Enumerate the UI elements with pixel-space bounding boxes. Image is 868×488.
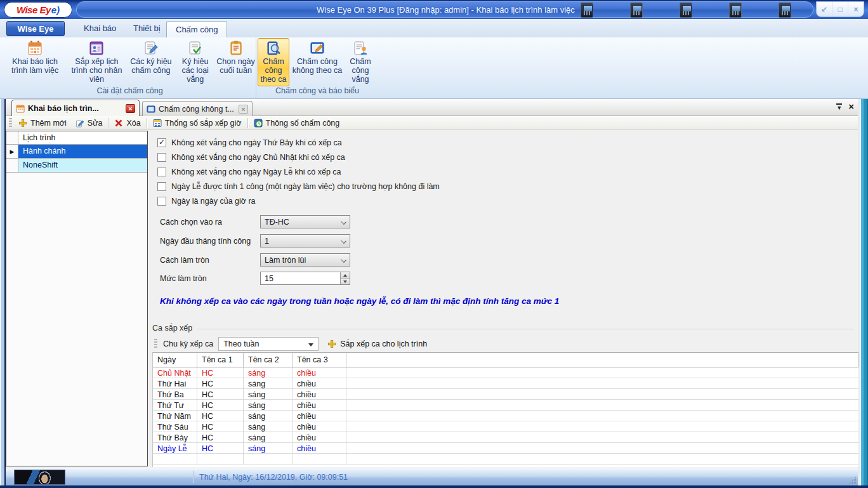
cell-day: Thứ Ba xyxy=(153,389,197,399)
toolbar-grip[interactable] xyxy=(154,339,157,349)
cycle-combo[interactable]: Theo tuần xyxy=(218,337,319,351)
combo-value: Làm tròn lùi xyxy=(265,256,306,265)
cell-filler xyxy=(346,367,858,378)
column-header[interactable]: Tên ca 3 xyxy=(293,353,346,367)
add-new-button[interactable]: Thêm mới xyxy=(14,117,71,129)
combo-ngay-dau-thang[interactable]: 1 xyxy=(260,234,350,247)
add-new-label: Thêm mới xyxy=(30,119,67,128)
checkbox-day-of-out-time[interactable]: ✓ Ngày là ngày của giờ ra xyxy=(157,196,256,206)
title-bar: Wise Eye) Wise Eye On 39 Plus [Đăng nhập… xyxy=(0,0,868,19)
cell-filler xyxy=(346,454,858,464)
tab-khai-bao[interactable]: Khai báo xyxy=(75,22,125,36)
minimize-button[interactable]: ↙ xyxy=(817,2,832,16)
tab-cham-cong[interactable]: Chấm công xyxy=(166,21,227,37)
ribbon-button-cham-cong-khong-theo-ca[interactable]: Chấm công không theo ca xyxy=(289,38,345,86)
fingerprint-photo xyxy=(14,470,65,485)
table-row-holiday[interactable]: Ngày Lễ HC sáng chiều xyxy=(153,443,858,454)
tab-wise-eye[interactable]: Wise Eye xyxy=(6,21,65,36)
table-row-tuesday[interactable]: Thứ Ba HC sáng chiều xyxy=(153,389,858,400)
edit-button[interactable]: Sửa xyxy=(71,117,107,129)
table-row-thursday[interactable]: Thứ Năm HC sáng chiều xyxy=(153,411,858,421)
doc-tab-khai-bao-lich-trinh[interactable]: Khai báo lịch trìn... × xyxy=(11,100,140,116)
spinner-buttons xyxy=(340,272,350,284)
time-params-label: Thống số sắp xếp giờ xyxy=(165,119,242,128)
chevron-down-icon xyxy=(341,257,346,263)
cell-shift1: HC xyxy=(197,432,244,442)
ribbon-button-cham-cong-theo-ca[interactable]: Chấm công theo ca xyxy=(258,38,289,86)
tab-thiet-bi[interactable]: Thiết bị xyxy=(124,22,169,36)
maximize-button[interactable]: □ xyxy=(832,2,848,16)
cell-shift2: sáng xyxy=(244,432,293,442)
checkbox-holiday-paid[interactable]: ✓ Ngày Lễ được tính 1 công (một ngày làm… xyxy=(157,181,440,192)
row-indicator-column xyxy=(6,131,18,144)
checkbox-sunday[interactable]: ✓ Không xét vắng cho ngày Chủ Nhật khi c… xyxy=(157,152,345,162)
field-label-ngay-dau-thang: Ngày đầu tháng tính công xyxy=(160,237,251,246)
delete-button[interactable]: Xóa xyxy=(110,117,145,129)
shift-section-header: Ca sắp xếp xyxy=(152,324,854,333)
shift-table: Ngày Tên ca 1 Tên ca 2 Tên ca 3 Chủ Nhật… xyxy=(152,352,858,467)
ribbon-button-cham-cong-vang[interactable]: Chấm công vắng xyxy=(345,38,376,86)
doc-tab-close-icon[interactable]: × xyxy=(126,104,135,113)
table-row-monday[interactable]: Thứ Hai HC sáng chiều xyxy=(153,378,858,389)
time-grid-icon xyxy=(153,119,162,128)
ribbon-button-khai-bao-lich-trinh[interactable]: Khai báo lịch trình làm việc xyxy=(4,38,66,86)
toolbar-grip[interactable] xyxy=(9,118,12,128)
time-params-button[interactable]: Thống số sắp xếp giờ xyxy=(148,117,246,129)
status-separator xyxy=(193,471,194,483)
delete-label: Xóa xyxy=(126,119,140,128)
checkbox-box[interactable]: ✓ xyxy=(157,182,166,191)
checkbox-box[interactable]: ✓ xyxy=(157,197,166,206)
logo-text: Wise Ey xyxy=(16,4,51,15)
spinner-value: 15 xyxy=(265,274,273,283)
cell-day: Thứ Tư xyxy=(153,400,197,410)
tab-list-dropdown-icon[interactable]: ▼ xyxy=(836,103,842,110)
schedule-row-noneshift[interactable]: NoneShift xyxy=(6,159,147,173)
overtime-note: Khi không xếp ca vào các ngày trong tuần… xyxy=(160,296,559,306)
attendance-params-button[interactable]: Thông số chấm công xyxy=(249,117,345,129)
spinner-up-icon[interactable] xyxy=(341,272,350,279)
shift-section-title: Ca sắp xếp xyxy=(152,324,192,333)
column-header[interactable]: Tên ca 2 xyxy=(244,353,293,367)
attendance-device-icon xyxy=(581,3,593,18)
checkbox-holiday[interactable]: ✓ Không xét vắng cho ngày Ngày Lễ khi có… xyxy=(157,167,341,177)
arrange-shift-button[interactable]: Sắp xếp ca cho lịch trình xyxy=(327,340,427,348)
combo-cach-lam-tron[interactable]: Làm tròn lùi xyxy=(260,253,350,267)
schedule-list-header-label: Lịch trình xyxy=(18,131,147,144)
combo-cach-chon-vao-ra[interactable]: TĐ-HC xyxy=(260,215,350,228)
table-row-friday[interactable]: Thứ Sáu HC sáng chiều xyxy=(153,421,858,432)
checkbox-box[interactable]: ✓ xyxy=(157,153,166,162)
calendar-icon xyxy=(27,40,43,56)
delete-x-icon xyxy=(114,119,123,128)
checkbox-box[interactable]: ✓ xyxy=(157,138,166,147)
row-indicator-column xyxy=(6,159,18,172)
table-row-wednesday[interactable]: Thứ Tư HC sáng chiều xyxy=(153,400,858,411)
cell-shift2: sáng xyxy=(244,367,293,378)
cell-shift3: chiều xyxy=(293,367,346,378)
doc-tab-close-icon[interactable]: × xyxy=(239,105,248,114)
resize-grip[interactable] xyxy=(848,476,857,484)
table-row-saturday[interactable]: Thứ Bảy HC sáng chiều xyxy=(153,432,858,443)
ribbon-button-sap-xep-lich-trinh[interactable]: Sắp xếp lịch trình cho nhân viên xyxy=(66,38,127,86)
close-document-icon[interactable]: × xyxy=(848,103,854,110)
close-button[interactable]: × xyxy=(848,2,864,16)
ribbon-group-cham-cong: Chấm công theo ca Chấm công không theo c… xyxy=(258,38,377,98)
schedule-row-hanh-chanh[interactable]: ▶ Hành chánh xyxy=(6,145,147,159)
app-logo[interactable]: Wise Eye) xyxy=(4,2,72,18)
doc-tab-bar-controls: ▼ × xyxy=(836,103,854,110)
cell-shift1: HC xyxy=(197,421,244,432)
window-border-bottom xyxy=(0,485,868,488)
checkbox-box[interactable]: ✓ xyxy=(157,168,166,176)
ribbon-button-chon-ngay-cuoi-tuan[interactable]: Chọn ngày cuối tuần xyxy=(216,38,256,86)
window-border-right xyxy=(858,99,868,485)
doc-tab-cham-cong-khong-theo-ca[interactable]: Chấm công không t... × xyxy=(142,101,253,116)
ribbon-button-ky-hieu-cham-cong[interactable]: Các ký hiệu chấm công xyxy=(128,38,175,86)
ribbon-button-ky-hieu-vang[interactable]: Ký hiệu các loại vắng xyxy=(174,38,216,86)
column-header[interactable]: Tên ca 1 xyxy=(197,353,244,367)
field-label-muc-lam-tron: Mức làm tròn xyxy=(160,274,207,283)
spinner-muc-lam-tron[interactable]: 15 xyxy=(260,272,350,285)
add-icon xyxy=(18,119,27,128)
spinner-down-icon[interactable] xyxy=(341,279,350,284)
table-row-sunday[interactable]: Chủ Nhật HC sáng chiều xyxy=(153,367,858,378)
checkbox-saturday[interactable]: ✓ Không xét vắng cho ngày Thứ Bảy khi có… xyxy=(157,138,342,148)
column-header[interactable]: Ngày xyxy=(153,353,197,367)
